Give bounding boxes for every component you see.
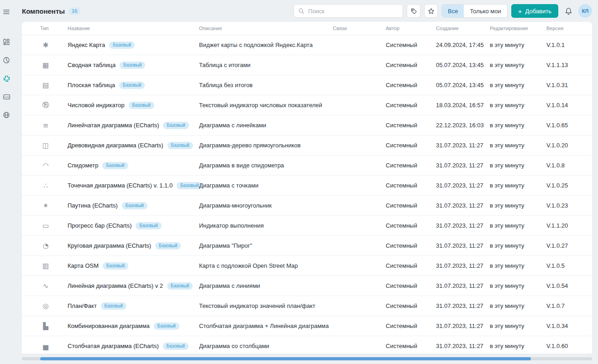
component-description: Текстовый индикатор значений план/факт xyxy=(199,302,333,309)
notifications-button[interactable] xyxy=(562,5,575,17)
table-row[interactable]: ▦ Сводная таблица Базовый Таблица с итог… xyxy=(22,55,592,75)
ownership-filter: Все Только мои xyxy=(441,4,508,18)
table-row[interactable]: ◠ Спидометр Базовый Диаграмма в виде спи… xyxy=(22,156,592,176)
avatar[interactable]: КЛ xyxy=(578,4,592,18)
progress-bar-icon: ▭ xyxy=(40,220,51,231)
components-count-badge: 16 xyxy=(68,7,80,15)
menu-icon[interactable] xyxy=(0,5,13,18)
column-chart-icon: ▅ xyxy=(40,341,51,352)
table-row[interactable]: ⑯ Числовой индикатор Базовый Текстовый и… xyxy=(22,95,592,115)
column-header-2: Название xyxy=(68,26,199,31)
combo-chart-icon: ▙ xyxy=(40,321,51,332)
globe-icon[interactable] xyxy=(0,109,13,121)
table-row[interactable]: ▭ Прогресс бар (ECharts) Базовый Индикат… xyxy=(22,216,592,236)
svg-text:SVG: SVG xyxy=(4,95,9,98)
tags-filter-button[interactable] xyxy=(407,4,420,18)
component-version: V.1.0.34 xyxy=(546,322,592,329)
table-row[interactable]: ∴ Точечная диаграмма (ECharts) v. 1.1.0 … xyxy=(22,176,592,196)
component-description: Диаграмма со столбцами xyxy=(199,343,333,349)
search-input[interactable] xyxy=(307,7,399,15)
search-box xyxy=(294,4,403,18)
base-badge: Базовый xyxy=(163,122,189,129)
component-version: V.1.0.14 xyxy=(546,102,592,109)
component-description: Индикатор выполнения xyxy=(199,222,333,229)
component-created: 31.07.2023, 11:27 xyxy=(436,222,490,229)
table-row[interactable]: ≡ Линейчатая диаграмма (ECharts) Базовый… xyxy=(22,115,592,135)
component-created: 31.07.2023, 11:27 xyxy=(436,302,490,309)
table-row[interactable]: ▅ Столбчатая диаграмма (ECharts) Базовый… xyxy=(22,336,592,354)
component-version: V.1.0.27 xyxy=(546,242,592,249)
component-description: Диаграмма с линиями xyxy=(199,282,333,289)
component-name: Плоская таблица xyxy=(68,82,115,88)
component-name-cell: Столбчатая диаграмма (ECharts) Базовый xyxy=(68,343,199,350)
table-row[interactable]: ▙ Комбинированная диаграмма Базовый Стол… xyxy=(22,316,592,336)
component-name-cell: Круговая диаграмма (ECharts) Базовый xyxy=(68,242,199,250)
component-name-cell: Прогресс бар (ECharts) Базовый xyxy=(68,222,199,229)
reports-icon[interactable] xyxy=(0,54,13,67)
component-name: Карта OSM xyxy=(68,262,99,269)
component-description: Диаграмма-дерево прямоугольников xyxy=(199,142,333,149)
component-description: Текстовый индикатор числовых показателей xyxy=(199,102,333,109)
component-name-cell: Древовидная диаграмма (ECharts) Базовый xyxy=(68,142,199,149)
component-name-cell: Числовой индикатор Базовый xyxy=(68,102,199,109)
component-description: Диаграмма "Пирог" xyxy=(199,242,333,249)
gauge-icon: ◠ xyxy=(40,160,51,171)
component-edited: в эту минуту xyxy=(490,142,546,149)
base-badge: Базовый xyxy=(101,302,126,310)
svg-icon[interactable]: SVG xyxy=(0,90,13,103)
add-component-button[interactable]: + Добавить xyxy=(511,4,558,18)
component-name-cell: Спидометр Базовый xyxy=(68,162,199,169)
table-header-row: ТипНазваниеОписаниеСвязиАвторСозданиеРед… xyxy=(22,22,592,35)
page-title: Компоненты xyxy=(22,7,65,15)
table-row[interactable]: ✱ Яндекс Карта Базовый Виджет карты с по… xyxy=(22,35,592,55)
component-version: V.1.0.1 xyxy=(546,42,592,48)
component-name-cell: Плоская таблица Базовый xyxy=(68,82,199,89)
component-name-cell: Точечная диаграмма (ECharts) v. 1.1.0 Ба… xyxy=(68,182,199,189)
scrollbar-thumb[interactable] xyxy=(40,357,531,360)
table-row[interactable]: ◎ План/Факт Базовый Текстовый индикатор … xyxy=(22,296,592,316)
table-row[interactable]: ◫ Древовидная диаграмма (ECharts) Базовы… xyxy=(22,135,592,156)
radar-chart-icon: ✶ xyxy=(40,200,51,211)
component-version: V.1.0.31 xyxy=(546,82,592,88)
component-description: Диаграмма с точками xyxy=(199,182,333,189)
component-created: 31.07.2023, 11:27 xyxy=(436,322,490,329)
table-row[interactable]: ✶ Паутина (ECharts) Базовый Диаграмма-мн… xyxy=(22,196,592,216)
table-row[interactable]: ∿ Линейная диаграмма (ECharts) v 2 Базов… xyxy=(22,276,592,296)
component-author: Системный xyxy=(386,343,436,349)
component-version: V.1.0.7 xyxy=(546,302,592,309)
component-version: V.1.0.20 xyxy=(546,142,592,149)
component-version: V.1.0.8 xyxy=(546,162,592,169)
component-edited: в эту минуту xyxy=(490,222,546,229)
column-header-8: Версия xyxy=(546,26,592,31)
base-badge: Базовый xyxy=(120,62,145,69)
bar-chart-horizontal-icon: ≡ xyxy=(40,120,51,131)
component-created: 31.07.2023, 11:27 xyxy=(436,343,490,349)
topbar-actions: Все Только мои + Добавить КЛ xyxy=(294,4,592,18)
column-header-6: Создание xyxy=(436,26,490,31)
pivot-table-icon: ▦ xyxy=(40,60,51,71)
base-badge: Базовый xyxy=(136,222,161,229)
topbar: Компоненты 16 xyxy=(22,0,592,22)
component-author: Системный xyxy=(386,82,436,88)
component-description: Диаграмма с линейками xyxy=(199,122,333,129)
base-badge: Базовый xyxy=(167,282,193,290)
components-icon[interactable] xyxy=(0,72,13,85)
component-version: V.1.0.5 xyxy=(546,262,592,269)
component-edited: в эту минуту xyxy=(490,302,546,309)
table-body: ✱ Яндекс Карта Базовый Виджет карты с по… xyxy=(22,35,592,354)
filter-mine-button[interactable]: Только мои xyxy=(464,5,507,17)
favorites-filter-button[interactable] xyxy=(424,4,438,18)
star-icon xyxy=(428,8,435,15)
filter-all-button[interactable]: Все xyxy=(442,5,464,17)
component-description: Карта с подложкой Open Street Map xyxy=(199,262,333,269)
plan-fact-icon: ◎ xyxy=(40,301,51,312)
base-badge: Базовый xyxy=(129,102,154,109)
table-row[interactable]: ▤ Плоская таблица Базовый Таблица без ит… xyxy=(22,75,592,95)
component-edited: в эту минуту xyxy=(490,62,546,68)
tag-icon xyxy=(410,8,417,15)
table-row[interactable]: ▥ Карта OSM Базовый Карта с подложкой Op… xyxy=(22,256,592,276)
table-row[interactable]: ◔ Круговая диаграмма (ECharts) Базовый Д… xyxy=(22,236,592,256)
dashboards-icon[interactable] xyxy=(0,36,13,48)
component-edited: в эту минуту xyxy=(490,82,546,88)
component-author: Системный xyxy=(386,222,436,229)
